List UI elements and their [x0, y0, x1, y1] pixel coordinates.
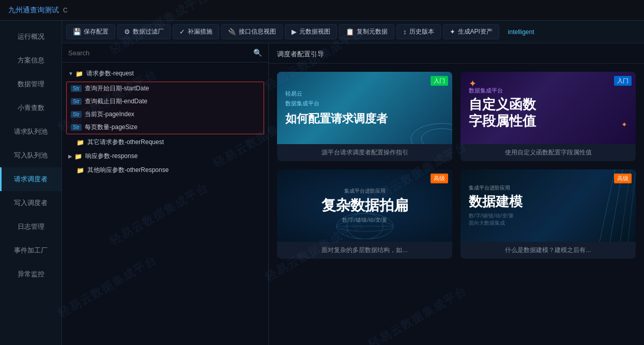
- arrow-down-icon: ▼: [68, 71, 73, 76]
- left-panel: 🔍 ▼ 📁 请求参数-request Str 查询开始日期-startDate: [62, 43, 269, 345]
- sidebar-item-write-scheduler[interactable]: 写入调度者: [0, 191, 62, 215]
- sparkle-icon-1: ✦: [469, 78, 477, 89]
- tree-item-response[interactable]: ▶ 📁 响应参数-response: [62, 149, 268, 163]
- card-1-subtitle: 数据集成平台: [285, 100, 444, 107]
- card-2-badge: 入门: [614, 76, 632, 86]
- card-data-model-image: 集成平台进阶应用 数据建模 数/字/键/值/动/变/量面向大数据集成 高级: [461, 169, 636, 242]
- card-qingyiyun-image: 轻易云 数据集成平台 如何配置请求调度者 入门: [277, 72, 452, 144]
- sidebar-label-xiao-query: 小青查数: [18, 104, 44, 112]
- card-3-label: 面对复杂的多层数据结构，如...: [277, 242, 452, 259]
- str-badge-pageSize: Str: [71, 124, 82, 131]
- tree-root-request[interactable]: ▼ 📁 请求参数-request: [62, 67, 268, 81]
- svg-line-7: [610, 169, 623, 242]
- sidebar-label-write-scheduler: 写入调度者: [14, 199, 48, 207]
- copy-meta-button[interactable]: 📋 复制元数据: [339, 24, 394, 39]
- card-complex-data-image: 集成平台进阶应用 复杂数据拍扁 数/字/键/值/动/变/量 高级: [277, 169, 452, 242]
- gen-api-label: 生成API资产: [458, 27, 493, 36]
- interface-view-button[interactable]: 🔌 接口信息视图: [221, 24, 283, 39]
- meta-view-button[interactable]: ▶ 元数据视图: [285, 24, 337, 39]
- svg-point-1: [421, 129, 452, 144]
- card-4-label: 什么是数据建模？建模之后有...: [461, 242, 636, 259]
- folder-icon-other-resp: 📁: [76, 167, 84, 174]
- str-badge-endDate: Str: [71, 98, 82, 105]
- str-label-pageIndex: 当前页-pageIndex: [85, 110, 134, 119]
- supplement-label: 补漏措施: [188, 27, 212, 36]
- data-filter-button[interactable]: ⚙ 数据过滤厂: [117, 24, 171, 39]
- check-icon: ✓: [179, 28, 185, 36]
- card-custom-func[interactable]: 数据集成平台 自定义函数字段属性值 入门 ✦ ✦ 使用自定义函数配置字段属性值: [461, 72, 636, 161]
- gear-icon: ⚙: [124, 28, 130, 36]
- arrow-right-icon: ▶: [68, 153, 72, 159]
- api-icon: ✦: [450, 28, 455, 36]
- search-bar: 🔍: [62, 43, 268, 62]
- toolbar: 💾 保存配置 ⚙ 数据过滤厂 ✓ 补漏措施 🔌 接口信息视图 ▶ 元数据视图 📋: [62, 21, 644, 43]
- sidebar-label-request-scheduler: 请求调度者: [14, 175, 48, 183]
- card-data-model[interactable]: 集成平台进阶应用 数据建模 数/字/键/值/动/变/量面向大数据集成 高级: [461, 169, 636, 259]
- save-icon: 💾: [73, 28, 81, 36]
- globe-icon: [334, 211, 396, 239]
- other-response-label: 其他响应参数-otherResponse: [87, 166, 168, 175]
- sidebar-item-run-overview[interactable]: 运行概况: [0, 25, 62, 49]
- tree-item-other-response[interactable]: 📁 其他响应参数-otherResponse: [62, 163, 268, 177]
- sidebar-label-data-manage: 数据管理: [18, 80, 44, 88]
- sidebar: 运行概况 方案信息 数据管理 小青查数 请求队列池 写入队列池 请求调度者 写入…: [0, 21, 62, 345]
- history-button[interactable]: ↕ 历史版本: [396, 24, 441, 39]
- right-panel-title: 调度者配置引导: [269, 43, 644, 64]
- tree: ▼ 📁 请求参数-request Str 查询开始日期-startDate St…: [62, 62, 268, 345]
- svg-line-6: [600, 169, 615, 242]
- interface-view-label: 接口信息视图: [239, 27, 276, 36]
- folder-icon-response: 📁: [74, 153, 82, 160]
- sparkle-icon-2: ✦: [621, 120, 627, 129]
- save-config-button[interactable]: 💾 保存配置: [66, 24, 115, 39]
- lines-decoration: [584, 169, 636, 242]
- top-bar: 九州通查询测试 C: [0, 0, 644, 21]
- str-label-endDate: 查询截止日期-endDate: [85, 97, 147, 106]
- str-label-startDate: 查询开始日期-startDate: [85, 84, 149, 93]
- sidebar-item-request-scheduler[interactable]: 请求调度者: [0, 167, 62, 191]
- sidebar-label-write-queue: 写入队列池: [14, 151, 48, 159]
- response-label: 响应参数-response: [85, 152, 137, 161]
- sidebar-item-write-queue[interactable]: 写入队列池: [0, 144, 62, 167]
- sidebar-label-request-queue: 请求队列池: [14, 128, 48, 135]
- card-1-decoration: [401, 113, 452, 144]
- card-3-tag: 集成平台进阶应用: [344, 187, 386, 195]
- app-title: 九州通查询测试: [8, 6, 59, 15]
- sidebar-item-xiao-query[interactable]: 小青查数: [0, 96, 62, 120]
- other-request-label: 其它请求参数-otherRequest: [87, 138, 164, 147]
- card-2-main: 自定义函数字段属性值: [469, 97, 627, 129]
- search-icon: 🔍: [253, 49, 262, 57]
- gen-api-button[interactable]: ✦ 生成API资产: [443, 24, 499, 39]
- cards-grid: 轻易云 数据集成平台 如何配置请求调度者 入门 源平台请求调度者配置操作指引: [269, 64, 644, 267]
- intelligent-button[interactable]: intelligent: [501, 25, 541, 39]
- folder-icon: 📁: [75, 70, 83, 77]
- tree-item-startDate[interactable]: Str 查询开始日期-startDate: [67, 82, 264, 95]
- sidebar-item-solution-info[interactable]: 方案信息: [0, 49, 62, 72]
- intelligent-label: intelligent: [508, 28, 534, 36]
- sidebar-item-event-factory[interactable]: 事件加工厂: [0, 239, 62, 262]
- sidebar-item-anomaly-monitor[interactable]: 异常监控: [0, 262, 62, 286]
- plug-icon: 🔌: [228, 28, 236, 36]
- supplement-button[interactable]: ✓ 补漏措施: [173, 24, 219, 39]
- search-input[interactable]: [68, 49, 249, 57]
- tree-item-pageIndex[interactable]: Str 当前页-pageIndex: [67, 108, 264, 121]
- tree-item-pageSize[interactable]: Str 每页数量-pageSize: [67, 121, 264, 134]
- tree-item-other-request[interactable]: 📁 其它请求参数-otherRequest: [62, 135, 268, 149]
- sidebar-item-data-manage[interactable]: 数据管理: [0, 72, 62, 96]
- card-3-badge: 高级: [431, 174, 448, 183]
- str-badge-startDate: Str: [71, 85, 82, 92]
- card-qingyiyun[interactable]: 轻易云 数据集成平台 如何配置请求调度者 入门 源平台请求调度者配置操作指引: [277, 72, 452, 161]
- sidebar-label-event-factory: 事件加工厂: [14, 246, 48, 254]
- card-2-label: 使用自定义函数配置字段属性值: [461, 144, 636, 161]
- inner-layout: 🔍 ▼ 📁 请求参数-request Str 查询开始日期-startDate: [62, 43, 644, 345]
- card-1-label: 源平台请求调度者配置操作指引: [277, 144, 452, 161]
- sidebar-item-log-manage[interactable]: 日志管理: [0, 215, 62, 239]
- card-complex-data[interactable]: 集成平台进阶应用 复杂数据拍扁 数/字/键/值/动/变/量 高级: [277, 169, 452, 259]
- copy-icon: 📋: [346, 28, 354, 36]
- play-icon: ▶: [292, 28, 297, 36]
- content-area: 💾 保存配置 ⚙ 数据过滤厂 ✓ 补漏措施 🔌 接口信息视图 ▶ 元数据视图 📋: [62, 21, 644, 345]
- str-badge-pageIndex: Str: [71, 111, 82, 118]
- sidebar-item-request-queue[interactable]: 请求队列池: [0, 120, 62, 144]
- tree-item-endDate[interactable]: Str 查询截止日期-endDate: [67, 95, 264, 108]
- save-config-label: 保存配置: [84, 27, 109, 36]
- history-label: 历史版本: [409, 27, 434, 36]
